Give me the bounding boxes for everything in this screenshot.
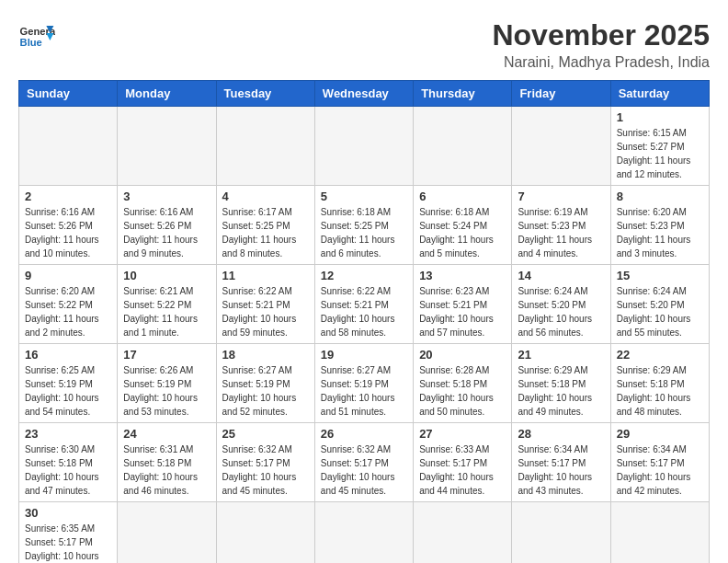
day-info: Sunrise: 6:16 AMSunset: 5:26 PMDaylight:…	[25, 205, 111, 260]
day-number: 25	[222, 427, 309, 441]
day-number: 27	[419, 427, 506, 441]
day-number: 26	[321, 427, 407, 441]
location: Naraini, Madhya Pradesh, India	[492, 54, 710, 71]
day-info: Sunrise: 6:22 AMSunset: 5:21 PMDaylight:…	[321, 284, 407, 339]
day-info: Sunrise: 6:27 AMSunset: 5:19 PMDaylight:…	[321, 363, 407, 419]
day-info: Sunrise: 6:25 AMSunset: 5:19 PMDaylight:…	[25, 363, 111, 419]
calendar-cell: 4Sunrise: 6:17 AMSunset: 5:25 PMDaylight…	[216, 186, 314, 265]
day-info: Sunrise: 6:24 AMSunset: 5:20 PMDaylight:…	[617, 284, 703, 339]
day-info: Sunrise: 6:18 AMSunset: 5:24 PMDaylight:…	[419, 205, 506, 260]
svg-marker-3	[46, 33, 53, 40]
day-info: Sunrise: 6:32 AMSunset: 5:17 PMDaylight:…	[321, 442, 407, 498]
day-number: 30	[25, 506, 111, 520]
calendar-cell: 9Sunrise: 6:20 AMSunset: 5:22 PMDaylight…	[19, 265, 118, 344]
calendar-cell-empty	[216, 502, 314, 564]
day-number: 12	[321, 269, 407, 282]
calendar-cell: 6Sunrise: 6:18 AMSunset: 5:24 PMDaylight…	[414, 186, 512, 265]
header-friday: Friday	[512, 81, 610, 107]
day-info: Sunrise: 6:20 AMSunset: 5:22 PMDaylight:…	[25, 284, 111, 339]
calendar-row-1: 1Sunrise: 6:15 AMSunset: 5:27 PMDaylight…	[19, 107, 710, 186]
calendar-cell: 11Sunrise: 6:22 AMSunset: 5:21 PMDayligh…	[216, 265, 314, 344]
header-tuesday: Tuesday	[216, 81, 314, 107]
calendar-cell: 12Sunrise: 6:22 AMSunset: 5:21 PMDayligh…	[314, 265, 413, 344]
day-info: Sunrise: 6:34 AMSunset: 5:17 PMDaylight:…	[617, 442, 703, 498]
calendar-cell-empty	[512, 502, 610, 564]
day-info: Sunrise: 6:19 AMSunset: 5:23 PMDaylight:…	[518, 205, 604, 260]
calendar-row-2: 2Sunrise: 6:16 AMSunset: 5:26 PMDaylight…	[19, 186, 710, 265]
day-info: Sunrise: 6:29 AMSunset: 5:18 PMDaylight:…	[617, 363, 703, 419]
calendar-cell-empty	[414, 502, 512, 564]
calendar-cell: 13Sunrise: 6:23 AMSunset: 5:21 PMDayligh…	[414, 265, 512, 344]
calendar-cell-empty	[118, 502, 216, 564]
day-number: 1	[617, 110, 703, 124]
calendar-cell: 20Sunrise: 6:28 AMSunset: 5:18 PMDayligh…	[414, 344, 512, 423]
day-number: 20	[419, 348, 506, 362]
calendar-cell: 14Sunrise: 6:24 AMSunset: 5:20 PMDayligh…	[512, 265, 610, 344]
calendar-cell: 18Sunrise: 6:27 AMSunset: 5:19 PMDayligh…	[216, 344, 314, 423]
logo: General Blue	[18, 18, 55, 55]
calendar-cell: 22Sunrise: 6:29 AMSunset: 5:18 PMDayligh…	[610, 344, 709, 423]
day-info: Sunrise: 6:22 AMSunset: 5:21 PMDaylight:…	[222, 284, 309, 339]
calendar-cell: 1Sunrise: 6:15 AMSunset: 5:27 PMDaylight…	[610, 107, 709, 186]
day-number: 29	[617, 427, 703, 441]
day-info: Sunrise: 6:20 AMSunset: 5:23 PMDaylight:…	[617, 205, 703, 260]
day-info: Sunrise: 6:27 AMSunset: 5:19 PMDaylight:…	[222, 363, 309, 419]
day-info: Sunrise: 6:28 AMSunset: 5:18 PMDaylight:…	[419, 363, 506, 419]
day-number: 24	[123, 427, 210, 441]
calendar-row-5: 23Sunrise: 6:30 AMSunset: 5:18 PMDayligh…	[19, 423, 710, 502]
calendar-cell: 29Sunrise: 6:34 AMSunset: 5:17 PMDayligh…	[610, 423, 709, 502]
header-saturday: Saturday	[610, 81, 709, 107]
svg-text:Blue: Blue	[20, 37, 42, 48]
day-number: 2	[25, 190, 111, 203]
day-number: 13	[419, 269, 506, 282]
calendar-cell: 16Sunrise: 6:25 AMSunset: 5:19 PMDayligh…	[19, 344, 118, 423]
calendar-cell: 27Sunrise: 6:33 AMSunset: 5:17 PMDayligh…	[414, 423, 512, 502]
day-number: 9	[25, 269, 111, 282]
title-area: November 2025 Naraini, Madhya Pradesh, I…	[492, 18, 710, 71]
calendar-row-4: 16Sunrise: 6:25 AMSunset: 5:19 PMDayligh…	[19, 344, 710, 423]
header-sunday: Sunday	[19, 81, 118, 107]
day-info: Sunrise: 6:34 AMSunset: 5:17 PMDaylight:…	[518, 442, 604, 498]
day-info: Sunrise: 6:17 AMSunset: 5:25 PMDaylight:…	[222, 205, 309, 260]
calendar-cell	[118, 107, 216, 186]
day-number: 10	[123, 269, 210, 282]
calendar-cell: 2Sunrise: 6:16 AMSunset: 5:26 PMDaylight…	[19, 186, 118, 265]
day-number: 19	[321, 348, 407, 362]
day-number: 22	[617, 348, 703, 362]
day-info: Sunrise: 6:30 AMSunset: 5:18 PMDaylight:…	[25, 442, 111, 498]
day-number: 28	[518, 427, 604, 441]
day-number: 11	[222, 269, 309, 282]
calendar-cell: 30Sunrise: 6:35 AMSunset: 5:17 PMDayligh…	[19, 502, 118, 564]
day-number: 5	[321, 190, 407, 203]
day-info: Sunrise: 6:32 AMSunset: 5:17 PMDaylight:…	[222, 442, 309, 498]
day-number: 8	[617, 190, 703, 203]
month-year: November 2025	[492, 18, 710, 52]
calendar-row-3: 9Sunrise: 6:20 AMSunset: 5:22 PMDaylight…	[19, 265, 710, 344]
logo-icon: General Blue	[18, 18, 55, 55]
day-number: 16	[25, 348, 111, 362]
day-info: Sunrise: 6:24 AMSunset: 5:20 PMDaylight:…	[518, 284, 604, 339]
calendar-cell-empty	[314, 502, 413, 564]
day-info: Sunrise: 6:26 AMSunset: 5:19 PMDaylight:…	[123, 363, 210, 419]
calendar-cell	[314, 107, 413, 186]
calendar-cell: 7Sunrise: 6:19 AMSunset: 5:23 PMDaylight…	[512, 186, 610, 265]
header-monday: Monday	[118, 81, 216, 107]
day-info: Sunrise: 6:18 AMSunset: 5:25 PMDaylight:…	[321, 205, 407, 260]
calendar-cell: 21Sunrise: 6:29 AMSunset: 5:18 PMDayligh…	[512, 344, 610, 423]
calendar-cell: 5Sunrise: 6:18 AMSunset: 5:25 PMDaylight…	[314, 186, 413, 265]
header-thursday: Thursday	[414, 81, 512, 107]
calendar-cell: 15Sunrise: 6:24 AMSunset: 5:20 PMDayligh…	[610, 265, 709, 344]
day-number: 6	[419, 190, 506, 203]
calendar-cell: 8Sunrise: 6:20 AMSunset: 5:23 PMDaylight…	[610, 186, 709, 265]
calendar-cell: 23Sunrise: 6:30 AMSunset: 5:18 PMDayligh…	[19, 423, 118, 502]
calendar-cell: 19Sunrise: 6:27 AMSunset: 5:19 PMDayligh…	[314, 344, 413, 423]
weekday-header-row: Sunday Monday Tuesday Wednesday Thursday…	[19, 81, 710, 107]
calendar-cell	[216, 107, 314, 186]
day-info: Sunrise: 6:15 AMSunset: 5:27 PMDaylight:…	[617, 126, 703, 181]
calendar-cell: 10Sunrise: 6:21 AMSunset: 5:22 PMDayligh…	[118, 265, 216, 344]
calendar-cell	[19, 107, 118, 186]
day-number: 4	[222, 190, 309, 203]
calendar-cell: 17Sunrise: 6:26 AMSunset: 5:19 PMDayligh…	[118, 344, 216, 423]
calendar-cell	[512, 107, 610, 186]
header: General Blue November 2025 Naraini, Madh…	[18, 18, 710, 71]
